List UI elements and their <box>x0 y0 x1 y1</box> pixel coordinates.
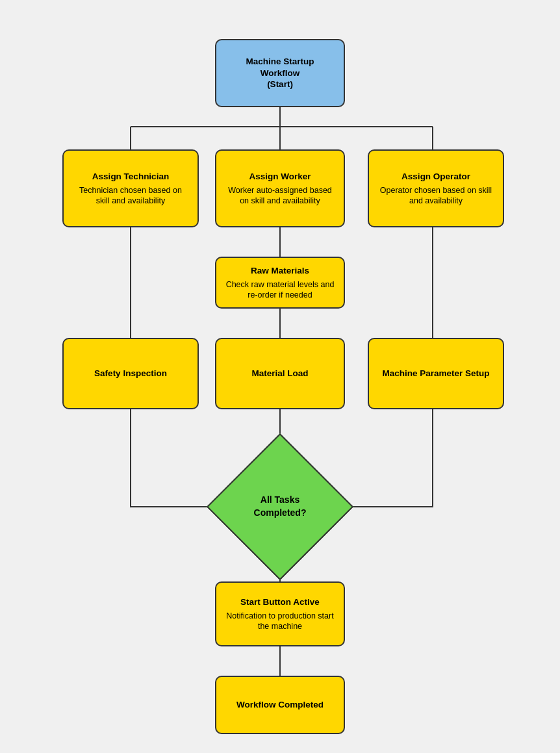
assign-op-sub: Operator chosen based on skill and avail… <box>377 185 495 207</box>
machine-param-title: Machine Parameter Setup <box>382 368 489 379</box>
material-load-title: Material Load <box>251 368 308 379</box>
start-btn-title: Start Button Active <box>240 596 320 608</box>
assign-worker-title: Assign Worker <box>249 171 311 183</box>
assign-technician-node: Assign Technician Technician chosen base… <box>62 149 199 227</box>
machine-param-node: Machine Parameter Setup <box>368 338 504 409</box>
safety-inspection-node: Safety Inspection <box>62 338 199 409</box>
start-button-node: Start Button Active Notification to prod… <box>215 581 345 646</box>
start-title3: (Start) <box>267 79 293 90</box>
raw-materials-title: Raw Materials <box>251 265 309 277</box>
assign-tech-title: Assign Technician <box>92 171 169 183</box>
start-title: Machine Startup <box>246 56 314 68</box>
raw-materials-sub: Check raw material levels and re-order i… <box>224 279 336 301</box>
start-btn-sub: Notification to production start the mac… <box>224 611 336 632</box>
workflow-completed-node: Workflow Completed <box>215 676 345 734</box>
assign-worker-node: Assign Worker Worker auto-assigned based… <box>215 149 345 227</box>
assign-worker-sub: Worker auto-assigned based on skill and … <box>224 185 336 207</box>
safety-insp-title: Safety Inspection <box>94 368 167 379</box>
assign-tech-sub: Technician chosen based on skill and ava… <box>71 185 190 207</box>
assign-operator-node: Assign Operator Operator chosen based on… <box>368 149 504 227</box>
assign-op-title: Assign Operator <box>401 171 470 183</box>
start-title2: Workflow <box>261 68 300 79</box>
all-tasks-diamond <box>228 455 332 559</box>
raw-materials-node: Raw Materials Check raw material levels … <box>215 257 345 309</box>
material-load-node: Material Load <box>215 338 345 409</box>
workflow-completed-title: Workflow Completed <box>236 699 324 711</box>
start-node: Machine Startup Workflow (Start) <box>215 39 345 107</box>
